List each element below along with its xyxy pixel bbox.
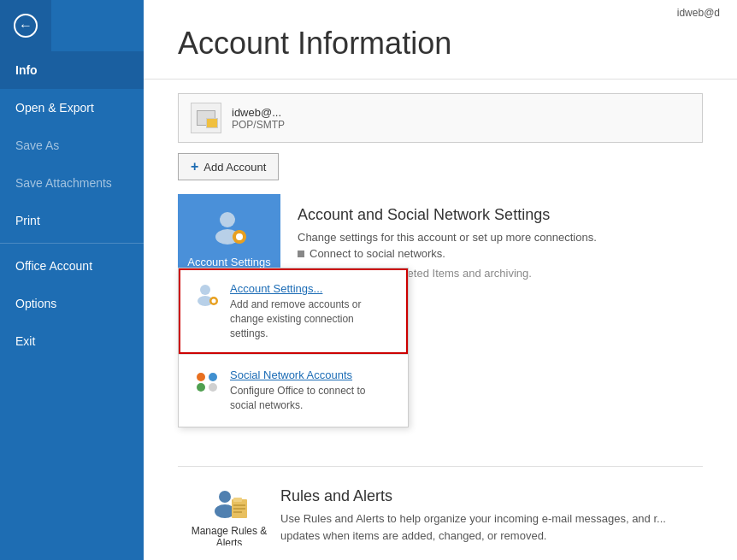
dropdown-item-social-text: Social Network Accounts Configure Office… [230,368,392,413]
rules-label: Manage Rules & Alerts [186,525,272,545]
dropdown-item-social-network[interactable]: Social Network Accounts Configure Office… [179,355,408,427]
svg-point-8 [200,285,210,295]
rules-description: Rules and Alerts Use Rules and Alerts to… [280,480,703,545]
bullet-icon [298,251,304,257]
sidebar-item-info[interactable]: Info [0,51,144,89]
sidebar-divider [0,243,144,244]
sidebar-item-options[interactable]: Options [0,285,144,322]
add-account-button[interactable]: + Add Account [178,153,279,180]
svg-point-15 [209,383,217,392]
svg-rect-19 [233,498,242,502]
main-header: Account Information [144,0,737,80]
svg-rect-7 [243,236,246,239]
main-content: idweb@d Account Information idweb@... PO… [144,0,737,560]
account-row: idweb@... POP/SMTP [178,93,703,143]
account-email: idweb@... [232,106,690,119]
svg-point-14 [197,383,205,392]
account-settings-svg [209,208,250,249]
sidebar-item-save-attachments[interactable]: Save Attachments [0,164,144,202]
account-type: POP/SMTP [232,119,690,131]
sidebar-item-office-account[interactable]: Office Account [0,247,144,285]
rules-alerts-section: Manage Rules & Alerts Rules and Alerts U… [178,466,703,545]
account-settings-dropdown-icon [194,282,220,308]
content-scroll: idweb@... POP/SMTP + Add Account [144,80,737,545]
account-info: idweb@... POP/SMTP [232,106,690,131]
dropdown-item-account-settings[interactable]: Account Settings... Add and remove accou… [179,268,408,354]
settings-desc-text: Change settings for this account or set … [298,231,686,244]
svg-rect-4 [239,230,241,233]
svg-point-16 [219,491,231,503]
account-settings-section: Account Settings ▾ Account and Social Ne… [178,194,703,295]
rules-text: Use Rules and Alerts to help organize yo… [280,510,703,544]
sidebar-item-open-export[interactable]: Open & Export [0,89,144,127]
account-settings-dropdown: Account Settings... Add and remove accou… [178,268,409,427]
sidebar: ← Info Open & Export Save As Save Attach… [0,0,144,560]
svg-rect-21 [233,508,245,510]
back-arrow-icon: ← [14,14,38,38]
svg-point-12 [197,373,205,381]
svg-point-0 [220,212,235,227]
svg-point-11 [212,299,216,304]
connect-social: Connect to social networks. [298,247,686,260]
rules-title: Rules and Alerts [280,487,703,505]
account-icon-inner [197,110,215,126]
rules-icon-block[interactable]: Manage Rules & Alerts [178,480,280,545]
dropdown-item-social-desc: Configure Office to connect to social ne… [230,384,392,413]
user-email-top: idweb@d [677,7,720,19]
rules-icon [208,487,251,525]
plus-icon: + [191,159,198,174]
add-account-label: Add Account [203,161,266,174]
sidebar-item-print[interactable]: Print [0,202,144,239]
svg-rect-22 [233,511,242,513]
account-icon [191,103,221,133]
dropdown-item-account-settings-text: Account Settings... Add and remove accou… [230,282,392,340]
dropdown-item-account-settings-desc: Add and remove accounts or change existi… [230,298,392,340]
sidebar-item-exit[interactable]: Exit [0,322,144,360]
svg-rect-5 [239,240,241,244]
svg-rect-6 [233,236,236,239]
sidebar-item-save-as[interactable]: Save As [0,127,144,164]
svg-point-13 [209,373,217,381]
account-settings-icon [209,208,250,249]
dropdown-item-social-title: Social Network Accounts [230,368,392,381]
svg-point-3 [236,233,243,240]
dropdown-item-account-settings-title: Account Settings... [230,282,392,295]
page-title: Account Information [178,26,703,62]
social-network-dropdown-icon [194,368,220,394]
svg-rect-20 [233,504,245,506]
back-button[interactable]: ← [0,0,51,51]
settings-desc-title: Account and Social Network Settings [298,206,686,224]
